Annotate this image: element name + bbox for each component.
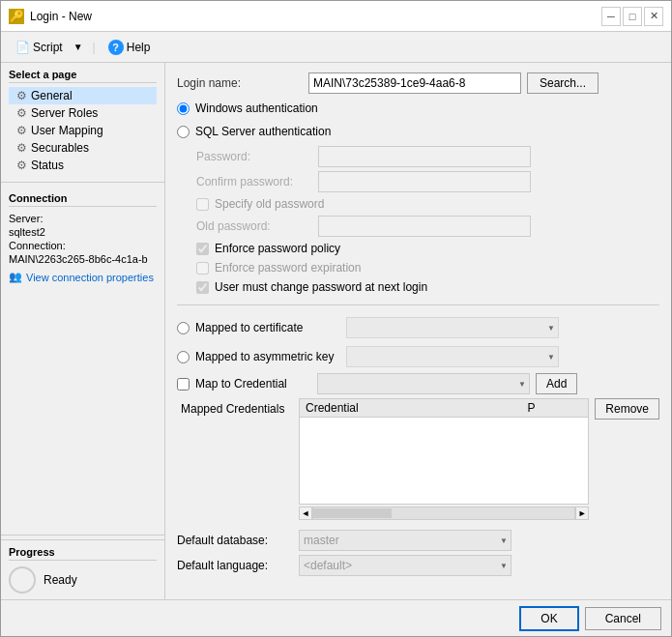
enforce-expiration-checkbox[interactable] xyxy=(196,262,209,275)
map-section: Mapped to certificate Mapped to asymmetr… xyxy=(177,315,659,520)
mapped-cert-label: Mapped to certificate xyxy=(195,321,340,334)
scroll-right-button[interactable]: ► xyxy=(575,507,589,520)
login-name-input[interactable] xyxy=(308,72,521,94)
script-icon: 📄 xyxy=(15,41,30,54)
cred-dropdown[interactable] xyxy=(317,373,530,394)
sidebar-divider-2 xyxy=(1,535,164,536)
sidebar-item-general[interactable]: ⚙ General xyxy=(9,87,157,104)
sidebar-item-server-roles[interactable]: ⚙ Server Roles xyxy=(9,104,157,122)
map-credential-checkbox[interactable] xyxy=(177,378,190,391)
server-roles-icon: ⚙ xyxy=(16,106,27,120)
sidebar-item-securables[interactable]: ⚙ Securables xyxy=(9,139,157,157)
map-credential-label: Map to Credential xyxy=(195,377,311,391)
windows-auth-radio[interactable] xyxy=(177,102,190,115)
default-db-label: Default database: xyxy=(177,534,293,547)
connection-link-icon: 👥 xyxy=(9,271,22,283)
bottom-section: Default database: master Default languag… xyxy=(177,530,659,576)
default-db-dropdown[interactable]: master xyxy=(299,530,511,551)
map-credential-row: Map to Credential Add xyxy=(177,373,659,394)
mapped-cert-row: Mapped to certificate xyxy=(177,317,659,338)
scroll-thumb xyxy=(313,508,392,518)
cred-dropdown-wrapper xyxy=(317,373,530,394)
view-connection-properties-link[interactable]: 👥 View connection properties xyxy=(9,271,157,283)
cred-col-p: P xyxy=(521,399,588,418)
sidebar-section-title: Select a page xyxy=(9,69,157,83)
asym-dropdown-wrapper xyxy=(346,346,559,367)
default-lang-row: Default language: <default> xyxy=(177,555,659,576)
window-icon: 🔑 xyxy=(9,9,24,24)
progress-status: Ready xyxy=(44,573,77,587)
default-lang-label: Default language: xyxy=(177,559,293,572)
window-controls: ─ □ ✕ xyxy=(601,7,663,26)
search-button[interactable]: Search... xyxy=(527,72,599,94)
help-button[interactable]: ? Help xyxy=(102,37,158,58)
close-button[interactable]: ✕ xyxy=(644,7,663,26)
server-value: sqltest2 xyxy=(9,226,157,238)
sidebar-label-server-roles: Server Roles xyxy=(31,106,98,120)
script-dropdown[interactable]: 📄 Script ▼ xyxy=(9,38,87,57)
enforce-policy-label: Enforce password policy xyxy=(215,242,340,255)
confirm-password-row: Confirm password: xyxy=(196,171,659,192)
scroll-left-button[interactable]: ◄ xyxy=(299,507,312,520)
asym-dropdown[interactable] xyxy=(346,346,559,367)
script-arrow-icon[interactable]: ▼ xyxy=(70,39,87,55)
credentials-table-area: Credential P ◄ xyxy=(299,398,589,520)
minimize-button[interactable]: ─ xyxy=(601,7,621,26)
cert-dropdown[interactable] xyxy=(346,317,559,338)
scroll-track[interactable] xyxy=(312,507,575,520)
progress-spinner xyxy=(9,566,36,594)
mapped-cert-radio[interactable] xyxy=(177,322,190,334)
specify-old-password-checkbox[interactable] xyxy=(196,198,209,211)
enforce-expiration-row: Enforce password expiration xyxy=(196,260,659,275)
progress-title: Progress xyxy=(9,546,157,561)
sidebar-divider-1 xyxy=(1,182,164,183)
user-must-change-checkbox[interactable] xyxy=(196,281,209,294)
windows-auth-row: Windows authentication xyxy=(177,100,659,117)
server-label: Server: xyxy=(9,213,157,224)
page-select-section: Select a page ⚙ General ⚙ Server Roles ⚙… xyxy=(1,63,164,178)
old-password-input[interactable] xyxy=(318,216,531,237)
sidebar: Select a page ⚙ General ⚙ Server Roles ⚙… xyxy=(1,63,165,599)
cancel-button[interactable]: Cancel xyxy=(585,607,661,630)
securables-icon: ⚙ xyxy=(16,141,27,155)
mapped-asym-radio[interactable] xyxy=(177,351,190,363)
default-db-dropdown-wrapper: master xyxy=(299,530,511,551)
password-input[interactable] xyxy=(318,146,531,167)
sidebar-item-user-mapping[interactable]: ⚙ User Mapping xyxy=(9,122,157,139)
horizontal-scrollbar[interactable]: ◄ ► xyxy=(299,507,589,520)
confirm-password-input[interactable] xyxy=(318,171,531,192)
connection-section: Connection Server: sqltest2 Connection: … xyxy=(1,187,164,531)
specify-old-pw-label: Specify old password xyxy=(215,197,324,211)
main-window: 🔑 Login - New ─ □ ✕ 📄 Script ▼ | ? Help … xyxy=(0,0,672,637)
default-db-row: Default database: master xyxy=(177,530,659,551)
password-row: Password: xyxy=(196,146,659,167)
mapped-credentials-label: Mapped Credentials xyxy=(177,398,293,416)
sql-auth-radio[interactable] xyxy=(177,126,190,138)
credentials-table-container: Credential P xyxy=(299,398,589,505)
sql-auth-label: SQL Server authentication xyxy=(195,125,331,138)
windows-auth-label: Windows authentication xyxy=(195,101,318,115)
script-button[interactable]: 📄 Script xyxy=(9,38,70,57)
password-label: Password: xyxy=(196,150,312,163)
credentials-area: Mapped Credentials Credential P xyxy=(177,398,659,520)
cert-dropdown-wrapper xyxy=(346,317,559,338)
default-lang-dropdown-wrapper: <default> xyxy=(299,555,511,576)
progress-content: Ready xyxy=(9,566,157,594)
ok-button[interactable]: OK xyxy=(519,606,578,631)
help-label: Help xyxy=(127,41,151,54)
server-label-text: Server: xyxy=(9,213,43,224)
add-button[interactable]: Add xyxy=(536,373,577,394)
login-name-row: Login name: Search... xyxy=(177,72,659,94)
enforce-policy-checkbox[interactable] xyxy=(196,243,209,255)
maximize-button[interactable]: □ xyxy=(623,7,642,26)
title-bar: 🔑 Login - New ─ □ ✕ xyxy=(1,1,671,32)
sidebar-label-status: Status xyxy=(31,159,64,172)
default-lang-dropdown[interactable]: <default> xyxy=(299,555,511,576)
sidebar-item-status[interactable]: ⚙ Status xyxy=(9,157,157,174)
progress-section: Progress Ready xyxy=(1,539,164,599)
footer-bar: OK Cancel xyxy=(1,599,671,636)
remove-button[interactable]: Remove xyxy=(595,398,659,420)
sql-auth-row: SQL Server authentication xyxy=(177,123,659,140)
window-title: Login - New xyxy=(30,10,601,23)
credentials-table: Credential P xyxy=(300,399,588,418)
